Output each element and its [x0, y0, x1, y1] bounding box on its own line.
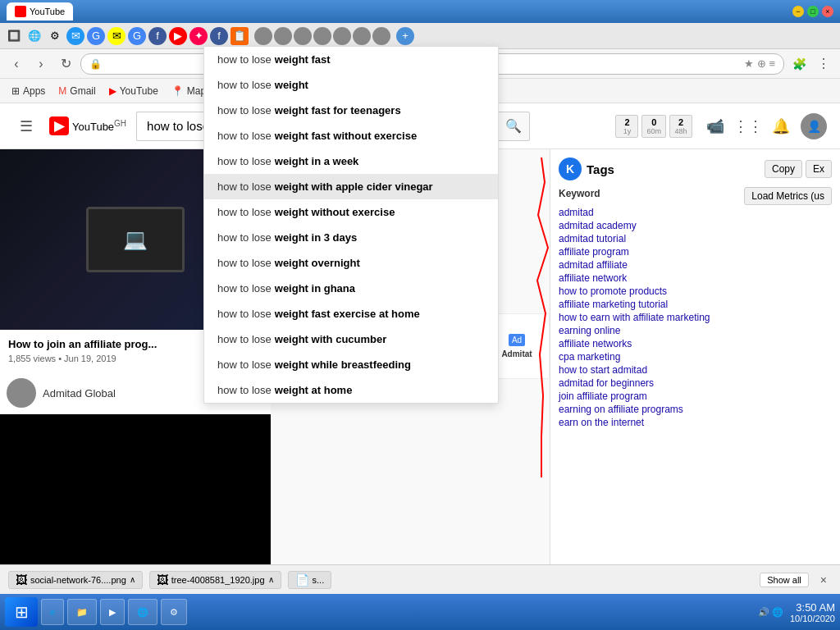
browser-icon-10[interactable]: ✦ [189, 27, 208, 45]
ie-icon: e [50, 607, 55, 617]
bell-button[interactable]: 🔔 [768, 113, 794, 139]
user-avatar[interactable]: 👤 [801, 113, 827, 139]
avatar-icon-3[interactable] [294, 27, 312, 45]
browser-icon-7[interactable]: G [128, 27, 146, 45]
keyword-link-4[interactable]: admitad affiliate [559, 259, 628, 271]
channel-name: Admitad Global [43, 387, 116, 399]
taskbar-btn-media[interactable]: ▶ [100, 599, 125, 625]
extensions-button[interactable]: 🧩 [789, 54, 809, 74]
bookmark-gmail[interactable]: M Gmail [55, 84, 98, 98]
browser-icon-1[interactable]: 🔲 [5, 27, 23, 45]
tags-actions: Copy Ex [765, 160, 832, 178]
keyword-link-3[interactable]: affiliate program [559, 246, 629, 258]
lock-icon: 🔒 [89, 58, 102, 70]
autocomplete-item-5[interactable]: how to lose weight with apple cider vine… [204, 174, 498, 199]
keyword-row-0: admitad [559, 207, 832, 218]
keyword-link-16[interactable]: earn on the internet [559, 417, 644, 428]
forward-button[interactable]: › [31, 54, 51, 74]
window-controls: − □ × [792, 6, 833, 17]
bookmark-youtube[interactable]: ▶ YouTube [106, 84, 162, 98]
menu-button[interactable]: ⋮ [814, 54, 833, 74]
avatar-icon-7[interactable] [372, 27, 390, 45]
taskbar-btn-folder[interactable]: 📁 [67, 599, 97, 625]
active-tab[interactable]: YouTube [7, 2, 73, 21]
keyword-link-1[interactable]: admitad academy [559, 220, 637, 231]
reload-button[interactable]: ↻ [56, 54, 75, 74]
browser-icon-2[interactable]: 🌐 [25, 27, 43, 45]
chrome-icon: 🌐 [137, 607, 148, 618]
bookmark-apps[interactable]: ⊞ Apps [8, 84, 48, 98]
taskbar-btn-chrome[interactable]: 🌐 [128, 599, 158, 625]
autocomplete-item-1[interactable]: how to lose weight [204, 72, 498, 98]
keyword-link-8[interactable]: how to earn with affiliate marketing [559, 312, 710, 323]
chart-area [533, 149, 550, 477]
browser-icon-12[interactable]: 📋 [231, 27, 249, 45]
keyword-row-8: how to earn with affiliate marketing [559, 312, 832, 323]
autocomplete-item-4[interactable]: how to lose weight in a week [204, 148, 498, 174]
keyword-row-1: admitad academy [559, 220, 832, 231]
browser-icon-5[interactable]: G [87, 27, 105, 45]
autocomplete-item-0[interactable]: how to lose weight fast [204, 47, 498, 72]
keyword-link-7[interactable]: affiliate marketing tutorial [559, 299, 668, 310]
autocomplete-item-6[interactable]: how to lose weight without exercise [204, 199, 498, 225]
autocomplete-item-10[interactable]: how to lose weight fast exercise at home [204, 301, 498, 326]
avatar-icon-2[interactable] [274, 27, 292, 45]
download-item-1[interactable]: 🖼 tree-4008581_1920.jpg ∧ [149, 571, 281, 589]
autocomplete-item-11[interactable]: how to lose weight with cucumber [204, 326, 498, 352]
browser-icon-11[interactable]: f [210, 27, 228, 45]
browser-icon-3[interactable]: ⚙ [46, 27, 64, 45]
load-metrics-button[interactable]: Load Metrics (us [744, 187, 832, 205]
browser-icon-6[interactable]: ✉ [107, 27, 126, 45]
browser-icon-8[interactable]: f [148, 27, 167, 45]
download-item-2[interactable]: 📄 s... [288, 571, 332, 589]
autocomplete-item-13[interactable]: how to lose weight at home [204, 377, 498, 403]
taskbar-btn-settings[interactable]: ⚙ [161, 599, 187, 625]
autocomplete-item-12[interactable]: how to lose weight while breastfeeding [204, 352, 498, 377]
autocomplete-item-2[interactable]: how to lose weight fast for teenagers [204, 98, 498, 123]
keyword-link-9[interactable]: earning online [559, 325, 620, 336]
download-icon-1: 🖼 [157, 573, 168, 587]
search-button[interactable]: 🔍 [497, 112, 530, 141]
back-button[interactable]: ‹ [7, 54, 26, 74]
autocomplete-item-8[interactable]: how to lose weight overnight [204, 250, 498, 276]
show-all-button[interactable]: Show all [760, 573, 809, 587]
download-chevron-0: ∧ [130, 575, 135, 584]
close-button[interactable]: × [822, 6, 833, 17]
copy-button[interactable]: Copy [765, 160, 802, 178]
keyword-link-11[interactable]: cpa marketing [559, 351, 620, 363]
keyword-row-16: earn on the internet [559, 417, 832, 428]
new-tab-btn[interactable]: + [396, 27, 414, 45]
browser-icon-9[interactable]: ▶ [169, 27, 187, 45]
keyword-link-15[interactable]: earning on affiliate programs [559, 404, 683, 415]
autocomplete-item-3[interactable]: how to lose weight fast without exercise [204, 123, 498, 148]
tags-header: K Tags Copy Ex [559, 158, 832, 180]
start-button[interactable]: ⊞ [5, 597, 38, 627]
keyword-link-0[interactable]: admitad [559, 207, 594, 218]
keyword-link-14[interactable]: join affiliate program [559, 390, 647, 402]
close-downloads-button[interactable]: × [815, 572, 832, 588]
autocomplete-item-9[interactable]: how to lose weight in ghana [204, 276, 498, 301]
hamburger-button[interactable]: ☰ [13, 111, 39, 142]
minimize-button[interactable]: − [792, 6, 804, 17]
download-item-0[interactable]: 🖼 social-network-76....png ∧ [8, 571, 143, 589]
keyword-link-13[interactable]: admitad for beginners [559, 377, 654, 389]
keyword-link-12[interactable]: how to start admitad [559, 364, 647, 376]
keyword-link-2[interactable]: admitad tutorial [559, 233, 626, 244]
keyword-link-5[interactable]: affiliate network [559, 272, 627, 284]
grid-button[interactable]: ⋮⋮ [735, 113, 761, 139]
browser-icon-4[interactable]: ✉ [66, 27, 84, 45]
maximize-button[interactable]: □ [807, 6, 819, 17]
avatar-icon-5[interactable] [333, 27, 351, 45]
taskbar-btn-ie[interactable]: e [41, 599, 64, 625]
autocomplete-item-7[interactable]: how to lose weight in 3 days [204, 225, 498, 250]
keyword-link-10[interactable]: affiliate networks [559, 338, 632, 349]
yt-logo[interactable]: ▶ YouTubeGH [49, 116, 126, 135]
keyword-row-6: how to promote products [559, 285, 832, 297]
export-button[interactable]: Ex [806, 160, 832, 178]
avatar-icon-6[interactable] [353, 27, 371, 45]
avatar-icon-4[interactable] [313, 27, 331, 45]
video-camera-button[interactable]: 📹 [702, 113, 728, 139]
ad-label: Ad [509, 334, 525, 346]
keyword-link-6[interactable]: how to promote products [559, 285, 667, 297]
avatar-icon-1[interactable] [254, 27, 272, 45]
